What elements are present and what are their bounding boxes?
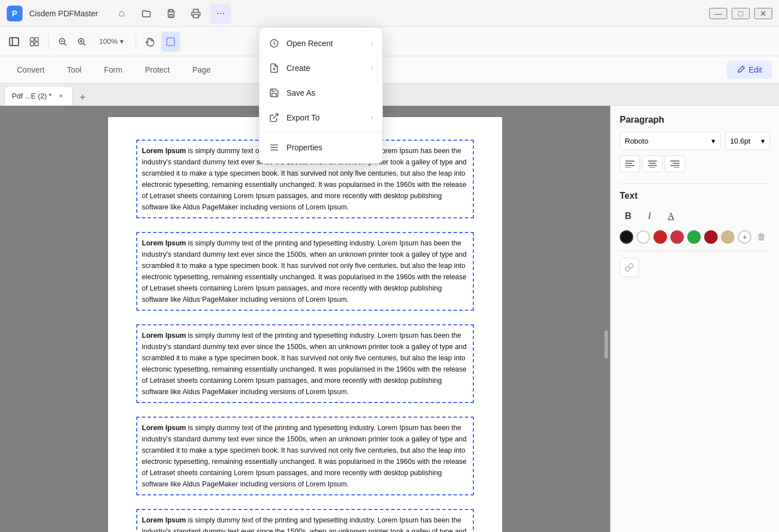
file-dropdown-menu: Open Recent › Create › Save As Export To… <box>259 27 383 164</box>
create-icon <box>268 62 280 74</box>
svg-line-32 <box>274 114 278 118</box>
menu-item-properties[interactable]: Properties <box>259 135 382 160</box>
properties-icon <box>268 142 280 153</box>
export-to-icon <box>268 112 280 123</box>
menu-item-create[interactable]: Create › <box>259 56 382 81</box>
menu-item-save-as[interactable]: Save As <box>259 81 382 105</box>
save-as-icon <box>268 87 280 99</box>
open-recent-icon <box>268 38 280 49</box>
dropdown-overlay[interactable] <box>0 0 779 532</box>
menu-item-open-recent[interactable]: Open Recent › <box>259 31 382 56</box>
menu-divider <box>259 132 382 133</box>
menu-item-export-to[interactable]: Export To › <box>259 105 382 130</box>
